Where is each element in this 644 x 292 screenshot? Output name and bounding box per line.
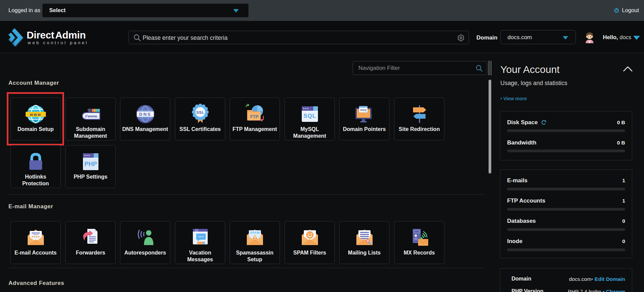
svg-text:****: ****: [31, 235, 39, 240]
svg-text:www.: www.: [87, 114, 98, 118]
svg-text:SPAM: SPAM: [250, 231, 260, 234]
svg-text:www: www: [29, 112, 41, 116]
svg-text:DNS: DNS: [139, 112, 151, 117]
svg-text:www: www: [359, 108, 366, 111]
svg-text:SSL: SSL: [196, 110, 204, 114]
svg-text:PHP: PHP: [84, 161, 97, 167]
svg-text:FTP: FTP: [250, 114, 259, 119]
svg-text:SQL: SQL: [303, 113, 316, 119]
